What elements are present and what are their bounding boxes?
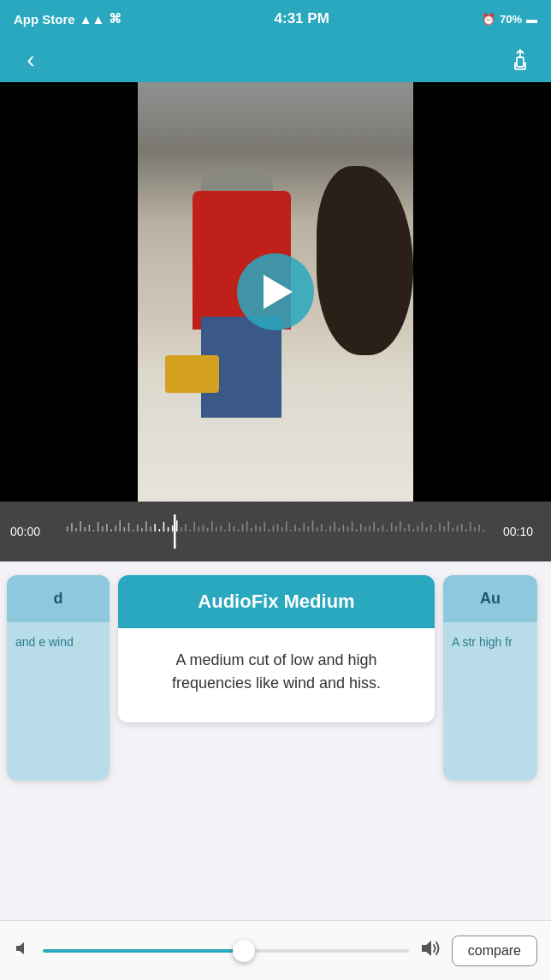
card-right-header: Au <box>443 575 537 622</box>
card-right-body: A str high fr <box>443 622 537 781</box>
start-time: 00:00 <box>10 525 48 538</box>
card-center[interactable]: AudioFix Medium A medium cut of low and … <box>118 575 435 722</box>
signal-icon: ▲▲ <box>80 12 105 27</box>
card-left-body: and e wind <box>7 622 110 781</box>
end-time: 00:10 <box>503 525 541 538</box>
card-center-title: AudioFix Medium <box>135 591 418 613</box>
battery-label: 70% <box>500 13 522 26</box>
slider-fill <box>43 949 244 953</box>
status-bar: App Store ▲▲ ⌘ 4:31 PM ⏰ 70% ▬ <box>0 0 551 38</box>
compare-button[interactable]: compare <box>452 935 537 966</box>
carrier-label: App Store <box>14 12 75 27</box>
card-right[interactable]: Au A str high fr <box>443 575 537 781</box>
card-center-body: A medium cut of low and high frequencies… <box>118 628 435 722</box>
card-left[interactable]: d and e wind <box>7 575 110 781</box>
alarm-icon: ⏰ <box>482 13 495 26</box>
svg-rect-0 <box>517 57 524 67</box>
status-right: ⏰ 70% ▬ <box>482 13 537 26</box>
wifi-icon: ⌘ <box>109 11 121 27</box>
gloves <box>165 355 219 393</box>
video-player[interactable] <box>0 82 551 502</box>
nav-bar: ‹ <box>0 38 551 82</box>
back-button[interactable]: ‹ <box>14 43 48 77</box>
battery-icon: ▬ <box>526 13 537 26</box>
volume-low-icon <box>14 939 33 962</box>
card-left-title: d <box>54 590 63 608</box>
volume-slider[interactable] <box>43 949 409 953</box>
status-time: 4:31 PM <box>275 10 329 27</box>
status-left: App Store ▲▲ ⌘ <box>14 11 121 27</box>
card-center-description: A medium cut of low and high frequencies… <box>139 649 414 695</box>
slider-thumb[interactable] <box>233 940 255 962</box>
play-icon <box>264 275 293 309</box>
card-right-title: Au <box>480 590 501 608</box>
svg-marker-101 <box>16 942 24 954</box>
card-center-header: AudioFix Medium <box>118 575 435 628</box>
play-button[interactable] <box>237 253 314 330</box>
share-button[interactable] <box>503 43 537 77</box>
bottom-bar: compare <box>0 920 551 980</box>
waveform-visual[interactable] <box>56 514 495 549</box>
waveform-bar: 00:00 <box>0 502 551 561</box>
svg-marker-102 <box>422 941 431 956</box>
cards-carousel[interactable]: d and e wind AudioFix Medium A medium cu… <box>0 561 551 794</box>
card-left-header: d <box>7 575 110 622</box>
volume-high-icon <box>419 937 441 964</box>
